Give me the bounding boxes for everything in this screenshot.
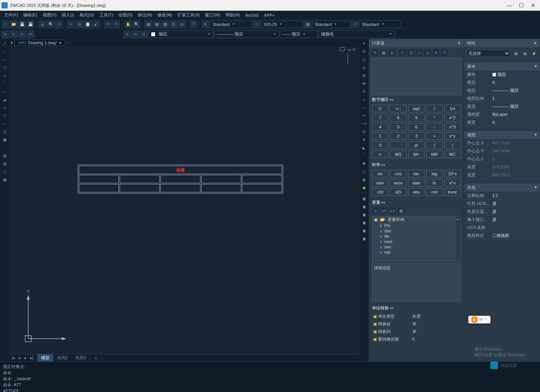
prop-row[interactable]: 线型比例1 bbox=[464, 94, 540, 102]
var-item[interactable]: kPhi bbox=[372, 223, 460, 228]
layout-tab[interactable]: 布局1 bbox=[53, 354, 72, 362]
calc-key[interactable]: 0 bbox=[372, 141, 388, 149]
unit-row[interactable]: ▣单位类型长度 bbox=[372, 312, 461, 320]
rectangle-icon[interactable]: ▭ bbox=[1, 72, 8, 79]
prop-row[interactable]: 中心点 Z0 bbox=[464, 155, 540, 163]
calc-key[interactable]: 7 bbox=[372, 114, 388, 122]
draworder-icon[interactable]: ▣ bbox=[360, 211, 368, 218]
mirror-icon[interactable]: ⧋ bbox=[360, 56, 368, 63]
menu-item[interactable]: 帮助(H) bbox=[223, 12, 242, 18]
layer-icon[interactable]: ≡ bbox=[18, 30, 26, 38]
prop-row[interactable]: 线型———— 随层 bbox=[464, 86, 540, 94]
prop-row[interactable]: 打开 UCS...是 bbox=[464, 200, 540, 208]
calc-key[interactable]: sqrt bbox=[408, 105, 425, 112]
array-icon[interactable]: ⊞ bbox=[360, 72, 368, 79]
add-layout-button[interactable]: + bbox=[91, 355, 101, 361]
text-style-dropdown[interactable]: Standard▼ bbox=[210, 21, 252, 28]
dim-style-dropdown[interactable]: ISO-25▼ bbox=[261, 21, 303, 28]
prop-group-header[interactable]: 其他▾ bbox=[464, 184, 540, 192]
prop-row[interactable]: 高度379.8366 bbox=[464, 163, 540, 171]
layout-last-icon[interactable]: ▸| bbox=[29, 355, 34, 360]
calc-key[interactable]: acos bbox=[390, 179, 406, 187]
designcenter-icon[interactable]: 🗂 bbox=[178, 21, 186, 28]
polyline-icon[interactable]: ⌐ bbox=[1, 56, 8, 63]
menu-item[interactable]: 视图(V) bbox=[40, 12, 59, 18]
prop-group-header[interactable]: 基本▾ bbox=[464, 62, 540, 70]
unit-row[interactable]: ▣要转换的值0 bbox=[372, 335, 461, 343]
calc-key[interactable]: 5 bbox=[390, 123, 406, 131]
print-icon[interactable]: 🖨 bbox=[38, 21, 46, 28]
file-tab[interactable]: DWG Drawing 1.dwg* ✕ bbox=[14, 40, 65, 46]
calc-key[interactable]: abs bbox=[408, 188, 425, 196]
maximize-button[interactable]: ☐ bbox=[519, 2, 524, 8]
calc-key[interactable]: pi bbox=[408, 141, 425, 149]
saveas-icon[interactable]: 💾 bbox=[27, 21, 34, 28]
toggle-pickadd-icon[interactable]: ⚡ bbox=[530, 50, 538, 57]
var-tool-icon[interactable]: ▦ bbox=[397, 207, 405, 214]
copy-icon[interactable]: ⧉ bbox=[360, 48, 368, 55]
draworder-icon[interactable]: ▣ bbox=[360, 195, 368, 202]
calc-key[interactable]: 6 bbox=[408, 123, 425, 131]
layout-next-icon[interactable]: ▸ bbox=[23, 355, 28, 360]
paste-icon[interactable]: 📋 bbox=[84, 21, 91, 28]
calc-key[interactable]: = bbox=[372, 150, 388, 158]
calc-key[interactable]: 8 bbox=[390, 114, 406, 122]
xline-icon[interactable]: ⟋ bbox=[1, 48, 8, 55]
calc-tool-icon[interactable]: ∠ bbox=[424, 49, 431, 56]
extend-icon[interactable]: ⟶ bbox=[360, 120, 368, 127]
calc-tool-icon[interactable]: ▭ bbox=[415, 49, 423, 56]
hatch-icon[interactable]: ▨ bbox=[1, 152, 8, 159]
menu-item[interactable]: 窗口(W) bbox=[202, 12, 223, 18]
var-item[interactable]: xmee bbox=[372, 239, 460, 244]
prop-row[interactable]: 中心点 Y540.5645 bbox=[464, 147, 540, 155]
scale-icon[interactable]: ⤢ bbox=[360, 96, 368, 103]
calc-tool-icon[interactable]: ✕ bbox=[432, 49, 440, 56]
mleader-style-dropdown[interactable]: Standard▼ bbox=[359, 21, 401, 28]
break-icon[interactable]: ⊟ bbox=[360, 128, 368, 135]
layer-dropdown[interactable]: 随层▼ bbox=[149, 30, 213, 38]
calc-key[interactable]: 4 bbox=[372, 123, 388, 131]
layer-icon[interactable]: ≡ bbox=[10, 30, 18, 38]
menu-item[interactable]: 标注(N) bbox=[135, 12, 155, 18]
prop-row[interactable]: 颜色随层 bbox=[464, 70, 540, 78]
prop-row[interactable]: UCS 名称 bbox=[464, 224, 540, 232]
revcloud-icon[interactable]: ☁ bbox=[1, 96, 8, 103]
new-icon[interactable]: □ bbox=[2, 21, 9, 28]
spline-icon[interactable]: ∿ bbox=[1, 104, 8, 111]
select-objects-icon[interactable]: ▣ bbox=[521, 50, 529, 57]
calc-key[interactable]: 9 bbox=[408, 114, 425, 122]
explode-icon[interactable]: ✸ bbox=[360, 160, 368, 167]
prop-row[interactable]: 透明度ByLayer bbox=[464, 110, 540, 118]
calc-key[interactable]: / bbox=[426, 105, 442, 112]
calc-key[interactable]: M+ bbox=[408, 150, 425, 158]
quick-select-icon[interactable]: ▣ bbox=[512, 50, 519, 57]
tool-icon[interactable]: ▦ bbox=[144, 21, 152, 28]
calc-key[interactable]: cos bbox=[390, 170, 406, 178]
publish-icon[interactable]: ↗ bbox=[55, 21, 63, 28]
prop-row[interactable]: 注释比例1:1 bbox=[464, 192, 540, 200]
calc-key[interactable]: 3 bbox=[408, 132, 425, 140]
tab-arrow-icon[interactable]: ▾ bbox=[11, 40, 13, 45]
arc-icon[interactable]: ⌒ bbox=[1, 80, 8, 87]
calc-key[interactable]: atan bbox=[408, 179, 425, 187]
rotate-icon[interactable]: ↻ bbox=[360, 88, 368, 95]
calc-key[interactable]: MC bbox=[444, 150, 461, 158]
close-tab-icon[interactable]: ✕ bbox=[59, 41, 62, 45]
draworder-icon[interactable]: ▣ bbox=[360, 235, 368, 242]
pan-icon[interactable]: ✋ bbox=[124, 21, 132, 28]
scrollbar[interactable] bbox=[455, 216, 460, 261]
tool-icon[interactable]: ▦ bbox=[161, 21, 169, 28]
calc-key[interactable]: rnd bbox=[426, 188, 442, 196]
properties-icon[interactable]: ☰ bbox=[170, 21, 177, 28]
menu-item[interactable]: 绘图(D) bbox=[116, 12, 135, 18]
menu-item[interactable]: 插入(I) bbox=[59, 12, 77, 18]
unit-conv-header[interactable]: 单位转换<< bbox=[369, 304, 464, 312]
table-style-icon[interactable]: ▦ bbox=[304, 21, 311, 28]
zoom-icon[interactable]: 🔍 bbox=[133, 21, 140, 28]
viewport-controls[interactable]: ▭ ✕ bbox=[340, 47, 356, 64]
table-icon[interactable]: ▦ bbox=[1, 176, 8, 183]
erase-icon[interactable]: ✎ bbox=[360, 40, 368, 47]
block-icon[interactable]: ▣ bbox=[1, 136, 8, 143]
calc-key[interactable]: x^3 bbox=[444, 123, 461, 131]
calc-key[interactable]: tan bbox=[408, 170, 425, 178]
